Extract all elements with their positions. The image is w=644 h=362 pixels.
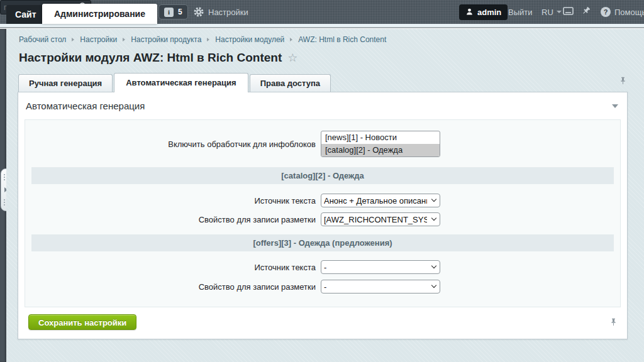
listbox-option[interactable]: [news][1] - Новости: [321, 131, 440, 144]
markup-property-select-catalog[interactable]: [AWZ_RICHCONTENT_SYSTEM] -: [321, 212, 440, 226]
topbar-settings-button[interactable]: Настройки: [194, 0, 248, 24]
pin-form-icon[interactable]: [618, 76, 628, 86]
breadcrumb-current[interactable]: AWZ: Html в Rich Content: [298, 35, 386, 44]
breadcrumb-link[interactable]: Рабочий стол: [19, 35, 66, 44]
save-settings-button[interactable]: Сохранить настройки: [28, 314, 136, 330]
hotkeys-button[interactable]: [563, 0, 574, 24]
breadcrumb-link[interactable]: Настройки модулей: [215, 35, 284, 44]
content-area: Рабочий стол Настройки Настройки продукт…: [6, 29, 644, 362]
markup-property-row: Свойство для записи разметки [AWZ_RICHCO…: [25, 212, 620, 226]
text-source-label: Источник текста: [25, 263, 321, 272]
page-title: Настройки модуля AWZ: Html в Rich Conten…: [19, 51, 282, 65]
question-icon: ?: [601, 7, 611, 17]
notification-count: 5: [178, 8, 182, 16]
group-header-catalog: [catalog][2] - Одежда: [31, 167, 614, 184]
chevron-right-icon: [123, 38, 125, 41]
tab-automatic-generation[interactable]: Автоматическая генерация: [114, 73, 248, 92]
text-source-label: Источник текста: [25, 196, 321, 206]
user-menu-button[interactable]: admin: [459, 4, 508, 20]
chevron-right-icon: [290, 38, 292, 41]
settings-panel: Автоматическая генерация Включить обрабо…: [18, 92, 628, 339]
text-source-row: Источник текста -: [25, 260, 620, 274]
sidebar-collapsed-strip: [0, 29, 6, 362]
infoblocks-multiselect[interactable]: [news][1] - Новости [catalog][2] - Одежд…: [321, 131, 440, 157]
markup-property-label: Свойство для записи разметки: [25, 282, 321, 292]
chevron-right-icon: [72, 38, 74, 41]
tab-administration[interactable]: Администрирование: [42, 4, 157, 24]
form-body: Включить обработчик для инфоблоков [news…: [25, 119, 621, 307]
breadcrumb-link[interactable]: Настройки продукта: [131, 35, 201, 44]
tab-access-rights[interactable]: Права доступа: [250, 74, 331, 92]
pin-footer-icon[interactable]: [609, 317, 618, 327]
tab-manual-generation[interactable]: Ручная генерация: [18, 74, 113, 92]
infoblocks-label: Включить обработчик для инфоблоков: [25, 140, 321, 149]
notifications-badge[interactable]: i 5: [158, 4, 188, 19]
favorite-star-icon[interactable]: ☆: [287, 51, 297, 65]
help-label: Помощь: [614, 8, 644, 17]
user-icon: [465, 8, 474, 18]
help-button[interactable]: ? Помощь: [601, 0, 644, 24]
user-name: admin: [477, 8, 501, 17]
breadcrumb: Рабочий стол Настройки Настройки продукт…: [19, 35, 644, 44]
text-source-select-catalog[interactable]: Анонс + Детальное описание: [321, 194, 440, 207]
markup-property-row: Свойство для записи разметки -: [25, 280, 620, 293]
infoblocks-row: Включить обработчик для инфоблоков [news…: [25, 131, 620, 157]
topbar-pin-button[interactable]: [580, 0, 591, 24]
language-label: RU: [541, 8, 553, 17]
info-icon: i: [164, 8, 174, 17]
gear-icon: [194, 7, 204, 17]
chevron-down-icon: [557, 11, 562, 13]
settings-label: Настройки: [208, 8, 248, 17]
language-selector[interactable]: RU: [541, 0, 562, 24]
tab-site[interactable]: Сайт: [6, 5, 45, 24]
collapse-section-icon[interactable]: [612, 104, 618, 108]
logout-link[interactable]: Выйти: [508, 0, 533, 24]
section-title: Автоматическая генерация: [26, 101, 145, 111]
tabs-bar: Ручная генерация Автоматическая генераци…: [18, 73, 628, 92]
group-header-offers: [offers][3] - Одежда (предложения): [31, 234, 614, 251]
markup-property-label: Свойство для записи разметки: [25, 215, 321, 224]
keyboard-icon: [563, 6, 574, 18]
text-source-select-offers[interactable]: -: [321, 260, 440, 274]
breadcrumb-link[interactable]: Настройки: [80, 35, 117, 44]
text-source-row: Источник текста Анонс + Детальное описан…: [25, 194, 620, 207]
top-bar: Сайт Администрирование i 5 Настройки: [0, 0, 644, 24]
chevron-right-icon: [207, 38, 209, 41]
listbox-option-selected[interactable]: [catalog][2] - Одежда: [321, 144, 440, 156]
pin-icon: [580, 6, 591, 18]
topbar-shadow-strip: [0, 24, 644, 28]
markup-property-select-offers[interactable]: -: [321, 280, 440, 293]
